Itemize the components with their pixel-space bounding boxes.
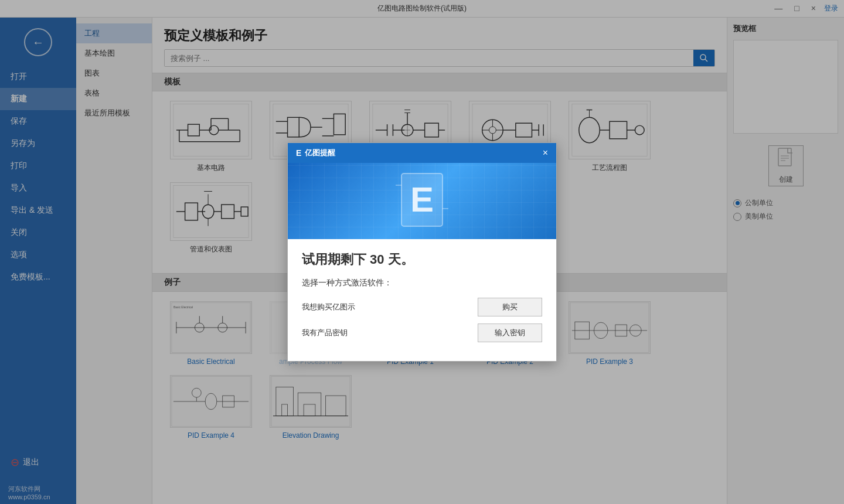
modal-logo-svg: E bbox=[393, 168, 451, 232]
buy-button[interactable]: 购买 bbox=[478, 298, 542, 316]
buy-label: 我想购买亿图示 bbox=[302, 302, 355, 312]
svg-text:E: E bbox=[410, 180, 434, 219]
modal-header: E 亿图提醒 × bbox=[288, 143, 556, 163]
activate-row-key: 我有产品密钥 输入密钥 bbox=[302, 323, 542, 342]
modal-title: 亿图提醒 bbox=[305, 148, 335, 158]
modal-logo: E bbox=[393, 168, 451, 234]
activate-text: 选择一种方式激活软件： bbox=[302, 278, 542, 288]
modal-banner: E bbox=[288, 163, 556, 239]
modal-overlay[interactable]: E 亿图提醒 × E 试用期剩下 30 天。 选择一种方式激活软件： bbox=[0, 0, 844, 504]
key-label: 我有产品密钥 bbox=[302, 328, 348, 338]
modal-header-icon: E bbox=[296, 148, 301, 158]
trial-text: 试用期剩下 30 天。 bbox=[302, 251, 542, 268]
modal-close-button[interactable]: × bbox=[543, 148, 548, 158]
activate-row-buy: 我想购买亿图示 购买 bbox=[302, 298, 542, 316]
modal-body: 试用期剩下 30 天。 选择一种方式激活软件： 我想购买亿图示 购买 我有产品密… bbox=[288, 239, 556, 361]
trial-modal: E 亿图提醒 × E 试用期剩下 30 天。 选择一种方式激活软件： bbox=[287, 142, 557, 362]
enter-key-button[interactable]: 输入密钥 bbox=[478, 323, 542, 342]
